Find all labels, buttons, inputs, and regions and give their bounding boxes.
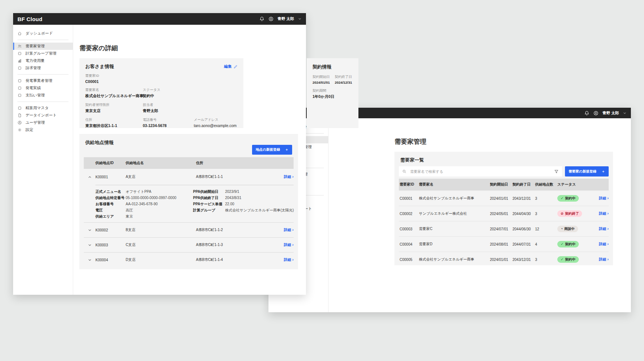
list-card-title: 需要家一覧 [394,157,613,163]
home-icon [17,31,22,36]
detail-link[interactable]: 詳細 [284,174,294,179]
divider [17,74,68,75]
page-title: 需要家管理 [394,137,427,146]
square-icon [17,106,22,110]
detail-link[interactable]: 詳細 [599,242,609,247]
chevron-up-icon[interactable] [88,175,92,179]
sidebar-item-power-usage[interactable]: 電力使用量 [13,57,73,64]
supply-point-details: 正式メニュー名オフサイトPPA 供給地点特定番号05-1000-0000-000… [95,185,294,222]
contract-start-label: 契約開始日 [313,75,335,79]
detail-link[interactable]: 詳細 [284,257,294,262]
supply-point-row: K00001 A支店 A県B市C町1-1-1 詳細 [84,169,294,185]
status-badge: 契約中 [557,195,579,202]
contract-end-value: 2024/12/31 [335,80,354,84]
status-badge: 契約中 [557,241,579,247]
user-name[interactable]: 青野 太郎 [278,16,294,21]
filter-icon[interactable] [554,169,559,174]
notification-bell-icon[interactable] [584,111,589,116]
add-customer-button[interactable]: 需要家の新規登録＋ [565,166,609,176]
customer-table-header: 需要家ID 需要家名 契約開始日 契約終了日 供給地点数 ステータス [399,179,609,190]
edit-button[interactable]: 編集 [224,64,237,69]
check-icon [561,197,564,200]
field-person: 担当者 青野太郎 [143,103,194,114]
sidebar-item-user-management[interactable]: ユーザ管理 [13,119,73,126]
user-name[interactable]: 青野 太郎 [602,111,619,116]
sidebar-item-customers[interactable]: 需要家管理 [13,43,73,50]
plus-icon: ＋ [602,169,605,174]
customer-table: 需要家ID 需要家名 契約開始日 契約終了日 供給地点数 ステータス C0000… [399,179,609,267]
detail-link[interactable]: 詳細 [599,257,609,262]
customer-row: C00005 株式会社サンプルエネルギー商事 2024/01/01 2043/1… [399,251,609,267]
brand-logo: BF Cloud [17,16,42,22]
square-icon [17,86,22,90]
chevron-down-icon[interactable] [623,111,627,115]
detail-link[interactable]: 詳細 [599,226,609,231]
square-icon [17,79,22,83]
sidebar-item-settings[interactable]: 設定 [13,126,73,134]
detail-link[interactable]: 詳細 [599,196,609,201]
people-icon [17,44,22,48]
plus-icon: ＋ [285,147,289,152]
contract-card-title: 契約情報 [313,64,331,70]
user-icon [17,120,22,125]
user-avatar-icon[interactable] [268,16,274,21]
app-topbar: BF Cloud 青野 太郎 [13,13,306,25]
sidebar-item-generation[interactable]: 発電実績 [13,84,73,92]
window-customer-list: BF Cloud 青野 太郎 ダッシュボード 需要家管理 計算グループ管理 電力… [268,108,631,312]
chevron-down-icon[interactable] [88,258,92,262]
search-input[interactable] [409,169,551,174]
customer-row: C00004 需要家D 2024/08/01 2044/07/31 4 契約中 … [399,236,609,251]
square-icon [17,51,22,56]
sidebar: ダッシュボード 需要家管理 計算グループ管理 電力使用量 請求管理 発電事業者管… [13,25,73,295]
sidebar-item-payments[interactable]: 支払い管理 [13,92,73,99]
customer-row: C00002 サンプルエネルギー株式会社 2024/05/01 2044/04/… [399,206,609,221]
chevron-down-icon[interactable] [88,228,92,232]
sidebar-item-calc-groups[interactable]: 計算グループ管理 [13,50,73,57]
supply-point-row: K00002 B支店 A県B市C町1-1-2 詳細 [84,222,294,237]
customer-list-card: 需要家一覧 需要家の新規登録＋ 需要家ID 需要家名 契約開始日 契約終了日 [394,152,613,265]
field-email: メールアドレス taro.aono@example.com [194,118,237,128]
field-office: 契約者管理箇所 東京支店 [85,103,143,114]
supply-points-card: 供給地点情報 地点の新規登録＋ 供給地点ID 供給地点名 住所 K00001 A… [79,134,298,269]
sidebar-item-producers[interactable]: 発電事業者管理 [13,77,73,84]
sidebar-item-settlement-master[interactable]: 精算用マスタ [13,104,73,112]
ban-icon [561,212,564,215]
check-icon [561,258,564,261]
customer-row: C00003 需要家C 2024/07/01 2044/06/30 12 商談中… [399,221,609,236]
contract-period: 契約期間 1年0か月0日 [313,88,354,99]
status-badge: 商談中 [557,226,578,232]
square-icon [17,66,22,70]
chart-icon [17,59,22,63]
pencil-icon [233,65,237,69]
customer-row: C00001 株式会社サンプルエネルギー商事 2024/01/01 2043/1… [399,190,609,206]
progress-icon [561,227,563,231]
customer-card-title: お客さま情報 [85,63,114,70]
detail-link[interactable]: 詳細 [284,227,294,233]
customer-detail-main: 需要家の詳細 お客さま情報 編集 需要家ID C00001 需要家名 株式会社サ… [74,25,306,295]
supply-point-row: K00004 D支店 A県B市C町1-1-4 詳細 [84,252,294,267]
status-badge: 契約中 [557,256,579,263]
sidebar-item-data-import[interactable]: データインポート [13,112,73,119]
contract-end-label: 契約終了日 [335,75,354,79]
field-status: ステータス 契約中 [143,88,194,99]
status-badge: 契約終了 [557,210,582,217]
supply-card-title: 供給地点情報 [79,140,119,145]
user-avatar-icon[interactable] [593,111,598,116]
customer-search-box [399,166,562,176]
add-supply-point-button[interactable]: 地点の新規登録＋ [252,145,292,155]
field-phone: 電話番号 03-1234-5678 [143,118,194,128]
search-icon [402,169,407,174]
sidebar-item-billing[interactable]: 請求管理 [13,64,73,72]
supply-table-header: 供給地点ID 供給地点名 住所 [84,157,294,169]
customer-info-card: お客さま情報 編集 需要家ID C00001 需要家名 株式会社サンプルエネルギ… [79,58,243,128]
chevron-down-icon[interactable] [88,243,92,247]
sidebar-item-dashboard[interactable]: ダッシュボード [13,30,73,37]
notification-bell-icon[interactable] [259,16,264,21]
page-title: 需要家の詳細 [79,44,118,52]
detail-link[interactable]: 詳細 [599,211,609,216]
supply-points-table: 供給地点ID 供給地点名 住所 K00001 A支店 A県B市C町1-1-1 詳… [84,157,294,267]
field-address: 住所 東京都渋谷区1-1-1 [85,118,143,128]
detail-link[interactable]: 詳細 [284,242,294,247]
chevron-down-icon[interactable] [298,17,302,21]
gear-icon [17,128,22,132]
